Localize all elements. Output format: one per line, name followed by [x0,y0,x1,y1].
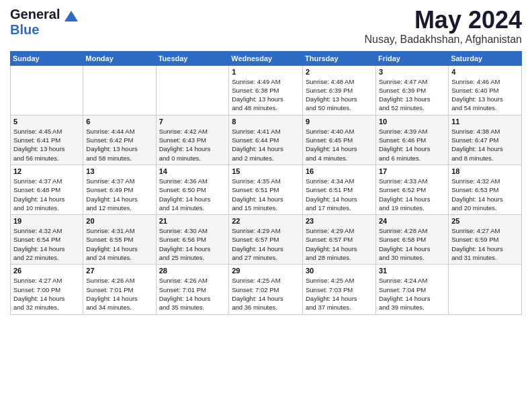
calendar-cell: 31Sunrise: 4:24 AM Sunset: 7:04 PM Dayli… [375,265,448,314]
calendar-cell: 17Sunrise: 4:33 AM Sunset: 6:52 PM Dayli… [375,165,448,214]
calendar-cell: 6Sunrise: 4:44 AM Sunset: 6:42 PM Daylig… [83,115,156,165]
calendar-cell: 20Sunrise: 4:31 AM Sunset: 6:55 PM Dayli… [83,215,156,265]
calendar-cell: 21Sunrise: 4:30 AM Sunset: 6:56 PM Dayli… [156,215,229,265]
calendar-cell: 30Sunrise: 4:25 AM Sunset: 7:03 PM Dayli… [302,265,375,314]
calendar-week-row: 1Sunrise: 4:49 AM Sunset: 6:38 PM Daylig… [11,65,522,115]
calendar-cell: 24Sunrise: 4:28 AM Sunset: 6:58 PM Dayli… [375,215,448,265]
day-number: 11 [451,118,519,126]
calendar-cell: 16Sunrise: 4:34 AM Sunset: 6:51 PM Dayli… [302,165,375,214]
calendar-week-row: 12Sunrise: 4:37 AM Sunset: 6:48 PM Dayli… [11,165,522,214]
calendar-cell: 2Sunrise: 4:48 AM Sunset: 6:39 PM Daylig… [302,65,375,115]
calendar-cell: 3Sunrise: 4:47 AM Sunset: 6:39 PM Daylig… [375,65,448,115]
day-info: Sunrise: 4:33 AM Sunset: 6:52 PM Dayligh… [379,177,445,212]
day-info: Sunrise: 4:46 AM Sunset: 6:40 PM Dayligh… [451,77,519,113]
day-info: Sunrise: 4:37 AM Sunset: 6:49 PM Dayligh… [86,177,152,212]
calendar-table: Sunday Monday Tuesday Wednesday Thursday… [10,51,522,315]
calendar-cell: 13Sunrise: 4:37 AM Sunset: 6:49 PM Dayli… [83,165,156,214]
day-number: 18 [451,167,519,175]
calendar-cell: 22Sunrise: 4:29 AM Sunset: 6:57 PM Dayli… [229,215,303,265]
day-info: Sunrise: 4:27 AM Sunset: 7:00 PM Dayligh… [13,276,80,312]
calendar-week-row: 26Sunrise: 4:27 AM Sunset: 7:00 PM Dayli… [11,265,522,314]
day-info: Sunrise: 4:26 AM Sunset: 7:01 PM Dayligh… [86,276,152,312]
day-number: 16 [306,167,373,175]
calendar-cell: 27Sunrise: 4:26 AM Sunset: 7:01 PM Dayli… [83,265,156,314]
day-info: Sunrise: 4:25 AM Sunset: 7:02 PM Dayligh… [232,276,300,312]
day-number: 5 [13,118,80,126]
day-info: Sunrise: 4:25 AM Sunset: 7:03 PM Dayligh… [306,276,373,312]
day-number: 4 [451,68,519,76]
day-info: Sunrise: 4:27 AM Sunset: 6:59 PM Dayligh… [451,226,519,262]
day-info: Sunrise: 4:48 AM Sunset: 6:39 PM Dayligh… [306,77,373,113]
day-info: Sunrise: 4:32 AM Sunset: 6:54 PM Dayligh… [13,226,80,262]
day-info: Sunrise: 4:30 AM Sunset: 6:56 PM Dayligh… [159,226,226,262]
calendar-cell: 26Sunrise: 4:27 AM Sunset: 7:00 PM Dayli… [11,265,83,314]
day-info: Sunrise: 4:45 AM Sunset: 6:41 PM Dayligh… [13,127,80,163]
day-info: Sunrise: 4:24 AM Sunset: 7:04 PM Dayligh… [379,276,445,312]
day-info: Sunrise: 4:38 AM Sunset: 6:47 PM Dayligh… [451,127,519,163]
col-thursday: Thursday [302,51,375,65]
day-number: 21 [159,217,226,225]
day-number: 22 [232,217,300,225]
day-number: 7 [159,118,226,126]
header: General Blue May 2024 Nusay, Badakhshan,… [10,7,522,46]
day-info: Sunrise: 4:42 AM Sunset: 6:43 PM Dayligh… [159,127,226,163]
day-number: 1 [232,68,300,76]
day-info: Sunrise: 4:31 AM Sunset: 6:55 PM Dayligh… [86,226,152,262]
day-info: Sunrise: 4:34 AM Sunset: 6:51 PM Dayligh… [306,177,373,212]
day-number: 28 [159,267,226,275]
day-info: Sunrise: 4:41 AM Sunset: 6:44 PM Dayligh… [232,127,300,163]
day-info: Sunrise: 4:49 AM Sunset: 6:38 PM Dayligh… [232,77,300,113]
day-info: Sunrise: 4:29 AM Sunset: 6:57 PM Dayligh… [306,226,373,262]
col-tuesday: Tuesday [156,51,229,65]
title-month: May 2024 [364,7,522,34]
logo-general-text: General [10,7,60,21]
title-location: Nusay, Badakhshan, Afghanistan [364,34,522,46]
calendar-cell: 23Sunrise: 4:29 AM Sunset: 6:57 PM Dayli… [302,215,375,265]
calendar-cell [449,265,522,314]
day-info: Sunrise: 4:26 AM Sunset: 7:01 PM Dayligh… [159,276,226,312]
calendar-cell: 18Sunrise: 4:32 AM Sunset: 6:53 PM Dayli… [449,165,522,214]
day-number: 12 [13,167,80,175]
calendar-cell [83,65,156,115]
day-number: 10 [379,118,445,126]
day-info: Sunrise: 4:28 AM Sunset: 6:58 PM Dayligh… [379,226,445,262]
day-number: 3 [379,68,445,76]
day-number: 9 [306,118,373,126]
col-sunday: Sunday [11,51,83,65]
calendar-cell: 5Sunrise: 4:45 AM Sunset: 6:41 PM Daylig… [11,115,83,165]
calendar-cell: 1Sunrise: 4:49 AM Sunset: 6:38 PM Daylig… [229,65,303,115]
day-number: 17 [379,167,445,175]
day-number: 20 [86,217,152,225]
day-info: Sunrise: 4:37 AM Sunset: 6:48 PM Dayligh… [13,177,80,212]
day-info: Sunrise: 4:40 AM Sunset: 6:45 PM Dayligh… [306,127,373,163]
calendar-cell: 15Sunrise: 4:35 AM Sunset: 6:51 PM Dayli… [229,165,303,214]
calendar-cell [156,65,229,115]
day-number: 15 [232,167,300,175]
day-number: 24 [379,217,445,225]
col-wednesday: Wednesday [229,51,303,65]
calendar-week-row: 5Sunrise: 4:45 AM Sunset: 6:41 PM Daylig… [11,115,522,165]
day-number: 30 [306,267,373,275]
calendar-cell [11,65,83,115]
calendar-cell: 25Sunrise: 4:27 AM Sunset: 6:59 PM Dayli… [449,215,522,265]
day-number: 31 [379,267,445,275]
calendar-cell: 19Sunrise: 4:32 AM Sunset: 6:54 PM Dayli… [11,215,83,265]
calendar-week-row: 19Sunrise: 4:32 AM Sunset: 6:54 PM Dayli… [11,215,522,265]
day-number: 13 [86,167,152,175]
calendar-cell: 28Sunrise: 4:26 AM Sunset: 7:01 PM Dayli… [156,265,229,314]
day-info: Sunrise: 4:44 AM Sunset: 6:42 PM Dayligh… [86,127,152,163]
day-number: 25 [451,217,519,225]
calendar-cell: 9Sunrise: 4:40 AM Sunset: 6:45 PM Daylig… [302,115,375,165]
day-info: Sunrise: 4:39 AM Sunset: 6:46 PM Dayligh… [379,127,445,163]
calendar-cell: 29Sunrise: 4:25 AM Sunset: 7:02 PM Dayli… [229,265,303,314]
logo-blue-text: Blue [10,22,39,37]
page: General Blue May 2024 Nusay, Badakhshan,… [0,0,532,411]
logo: General Blue [10,7,78,38]
calendar-header-row: Sunday Monday Tuesday Wednesday Thursday… [11,51,522,65]
calendar-cell: 8Sunrise: 4:41 AM Sunset: 6:44 PM Daylig… [229,115,303,165]
day-number: 19 [13,217,80,225]
day-number: 29 [232,267,300,275]
calendar-cell: 11Sunrise: 4:38 AM Sunset: 6:47 PM Dayli… [449,115,522,165]
col-monday: Monday [83,51,156,65]
calendar-cell: 12Sunrise: 4:37 AM Sunset: 6:48 PM Dayli… [11,165,83,214]
